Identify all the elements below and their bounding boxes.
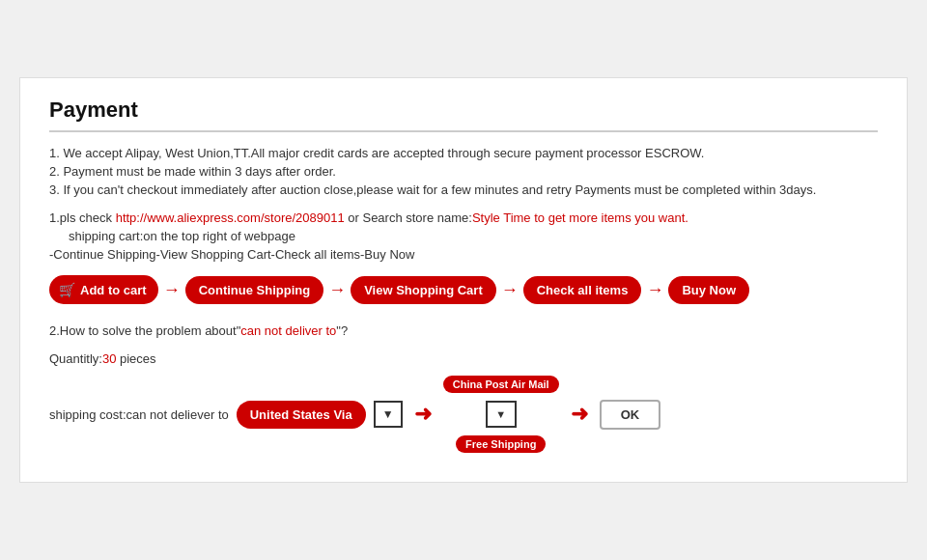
arrow-4: → bbox=[646, 280, 663, 300]
flow-buttons-row: 🛒 Add to cart → Continue Shipping → View… bbox=[49, 275, 878, 304]
check-all-items-button[interactable]: Check all items bbox=[523, 276, 642, 304]
continue-line: -Continue Shipping-View Shopping Cart-Ch… bbox=[49, 247, 878, 262]
payment-point-2: 2. Payment must be made within 3 days af… bbox=[49, 164, 878, 179]
payment-page: Payment 1. We accept Alipay, West Union,… bbox=[19, 77, 908, 483]
shipping-cost-row: shipping cost:can not deliever to United… bbox=[49, 376, 878, 453]
ok-button[interactable]: OK bbox=[600, 400, 661, 430]
payment-point-3: 3. If you can't checkout immediately aft… bbox=[49, 182, 878, 197]
store-line: 1.pls check http://www.aliexpress.com/st… bbox=[49, 210, 878, 225]
payment-point-1: 1. We accept Alipay, West Union,TT.All m… bbox=[49, 146, 878, 160]
store-prefix: 1.pls check bbox=[49, 210, 116, 225]
cart-icon: 🛒 bbox=[59, 282, 75, 297]
arrow-1: → bbox=[163, 280, 181, 300]
arrow-to-ok: ➜ bbox=[571, 402, 588, 427]
arrow-to-method: ➜ bbox=[414, 402, 432, 427]
free-shipping-label: Free Shipping bbox=[456, 435, 546, 453]
payment-list: 1. We accept Alipay, West Union,TT.All m… bbox=[49, 146, 878, 197]
arrow-2: → bbox=[328, 280, 346, 300]
arrow-3: → bbox=[501, 280, 519, 300]
shipping-method-wrapper: China Post Air Mail ▼ Free Shipping bbox=[443, 376, 559, 453]
store-middle: or Search store name: bbox=[345, 210, 472, 225]
usa-via-button[interactable]: United States Via bbox=[237, 401, 366, 429]
method-dropdown[interactable]: ▼ bbox=[486, 401, 517, 428]
problem-line: 2.How to solve the problem about"can not… bbox=[49, 323, 878, 338]
view-shopping-cart-button[interactable]: View Shopping Cart bbox=[351, 276, 496, 304]
store-link[interactable]: http://www.aliexpress.com/store/2089011 bbox=[116, 210, 345, 225]
shipping-cost-label: shipping cost:can not deliever to bbox=[49, 407, 229, 422]
page-title: Payment bbox=[49, 98, 878, 132]
quantity-line: Quantitly:30 pieces bbox=[49, 351, 878, 366]
add-to-cart-button[interactable]: 🛒 Add to cart bbox=[49, 275, 158, 304]
continue-shipping-button[interactable]: Continue Shipping bbox=[185, 276, 324, 304]
store-name: Style Time to get more items you want. bbox=[472, 210, 688, 225]
china-post-label: China Post Air Mail bbox=[443, 376, 559, 393]
buy-now-button[interactable]: Buy Now bbox=[668, 276, 749, 304]
usa-dropdown[interactable]: ▼ bbox=[374, 401, 403, 428]
shipping-note: shipping cart:on the top right of webpag… bbox=[49, 229, 878, 243]
